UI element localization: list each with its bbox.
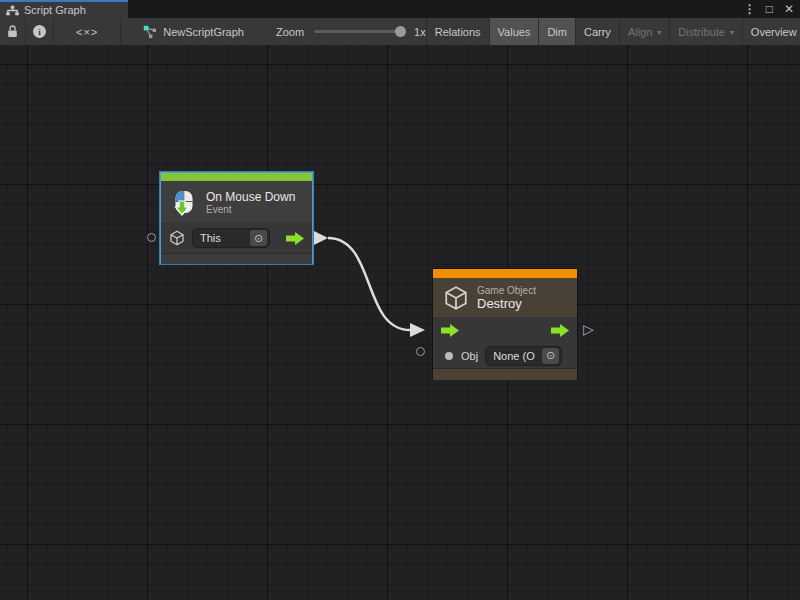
game-object-cube-icon <box>169 230 185 246</box>
graph-name-label: NewScriptGraph <box>163 26 244 38</box>
edit-code-button[interactable]: <×> <box>54 18 121 45</box>
node-on-mouse-down[interactable]: On Mouse Down Event This ⊙ <box>160 172 313 264</box>
window-controls: ⋮ □ ✕ <box>744 0 794 18</box>
event-node-body: This ⊙ <box>161 223 312 253</box>
inspect-button[interactable]: i <box>26 18 54 45</box>
obj-field[interactable]: None (O ⊙ <box>485 346 562 366</box>
event-node-header[interactable]: On Mouse Down Event <box>161 181 312 223</box>
object-picker-icon[interactable]: ⊙ <box>542 348 559 364</box>
obj-input-port[interactable] <box>445 352 453 360</box>
carry-button[interactable]: Carry <box>576 18 620 45</box>
distribute-label: Distribute <box>678 26 724 38</box>
wire-start-arrow <box>314 231 328 245</box>
maximize-icon[interactable]: □ <box>766 0 773 18</box>
node-destroy[interactable]: Game Object Destroy Obj No <box>432 268 578 379</box>
zoom-slider[interactable] <box>314 30 406 33</box>
graph-name-group[interactable]: NewScriptGraph <box>143 18 244 45</box>
toolbar-toggles: Relations Values Dim Carry Align ▾ Distr… <box>426 18 800 45</box>
chevron-down-icon: ▾ <box>657 28 661 37</box>
connection-wire[interactable] <box>0 46 800 600</box>
graph-toolbar: i <×> NewScriptGraph Zoom 1x Re <box>0 18 800 46</box>
event-target-port[interactable] <box>147 233 156 242</box>
trigger-input-port[interactable] <box>441 324 459 337</box>
info-icon: i <box>33 25 46 38</box>
zoom-control: Zoom 1x <box>276 18 426 45</box>
tab-title: Script Graph <box>24 4 86 16</box>
destroy-node-body: Obj None (O ⊙ <box>433 317 577 368</box>
align-label: Align <box>628 26 652 38</box>
distribute-button[interactable]: Distribute ▾ <box>670 18 742 45</box>
script-graph-asset-icon <box>143 25 157 39</box>
event-accent-strip <box>161 173 312 181</box>
code-icon: <×> <box>76 26 98 38</box>
dim-button[interactable]: Dim <box>539 18 576 45</box>
destroy-node-footer <box>433 368 577 380</box>
obj-field-value: None (O <box>486 350 542 362</box>
trigger-output-port[interactable] <box>551 324 569 337</box>
graph-hierarchy-icon <box>6 5 19 16</box>
game-object-cube-icon <box>443 285 469 311</box>
tab-script-graph[interactable]: Script Graph <box>0 0 128 18</box>
obj-input-label: Obj <box>461 350 478 362</box>
trigger-output-port[interactable] <box>286 232 304 245</box>
window-menu-icon[interactable]: ⋮ <box>744 0 755 18</box>
relations-button[interactable]: Relations <box>426 18 490 45</box>
object-picker-icon[interactable]: ⊙ <box>250 230 267 246</box>
wire-path <box>328 238 410 330</box>
chevron-down-icon: ▾ <box>730 28 734 37</box>
destroy-node-category: Game Object <box>477 285 536 296</box>
zoom-label: Zoom <box>276 26 304 38</box>
tab-bar: Script Graph ⋮ □ ✕ <box>0 0 800 18</box>
destroy-node-header[interactable]: Game Object Destroy <box>433 278 577 317</box>
destroy-output-flow-triangle[interactable]: ▷ <box>583 322 594 336</box>
values-button[interactable]: Values <box>490 18 540 45</box>
wire-end-arrow <box>410 323 425 337</box>
destroy-accent-strip <box>433 269 577 278</box>
event-node-footer <box>161 253 312 264</box>
zoom-slider-handle[interactable] <box>395 26 406 37</box>
lock-icon <box>7 25 18 38</box>
target-field-value: This <box>193 232 250 244</box>
lock-button[interactable] <box>0 18 26 45</box>
overview-button[interactable]: Overview <box>743 18 800 45</box>
target-field[interactable]: This ⊙ <box>192 228 270 248</box>
event-node-subtitle: Event <box>206 204 295 215</box>
destroy-obj-port[interactable] <box>416 347 425 356</box>
event-node-title: On Mouse Down <box>206 190 295 204</box>
script-graph-window: Script Graph ⋮ □ ✕ i <×> <box>0 0 800 600</box>
mouse-down-event-icon <box>171 189 198 216</box>
align-button[interactable]: Align ▾ <box>620 18 670 45</box>
zoom-value: 1x <box>414 26 426 38</box>
destroy-node-title: Destroy <box>477 296 536 311</box>
close-icon[interactable]: ✕ <box>784 0 794 18</box>
graph-canvas[interactable]: On Mouse Down Event This ⊙ <box>0 46 800 600</box>
